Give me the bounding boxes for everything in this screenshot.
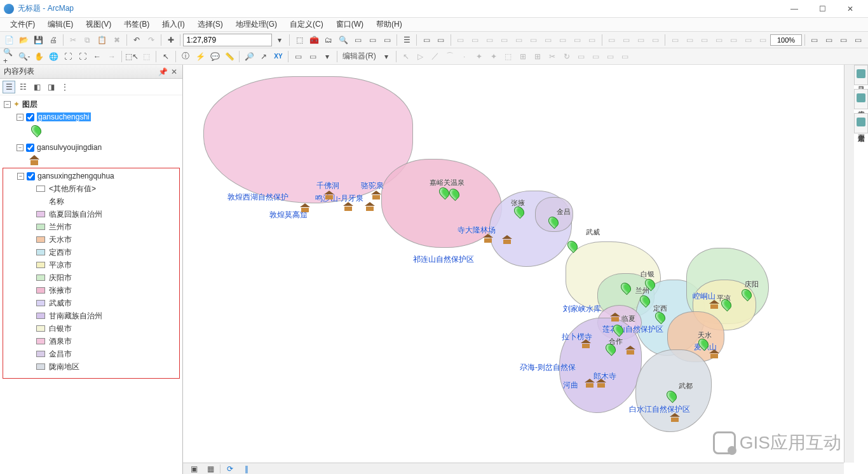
- maximize-button[interactable]: ☐: [808, 2, 836, 16]
- poi-house-icon[interactable]: [324, 191, 336, 200]
- delete-icon[interactable]: ✖: [110, 33, 124, 47]
- poi-house-icon[interactable]: [343, 202, 355, 211]
- edit-a-icon[interactable]: ▷: [414, 50, 428, 64]
- minimize-button[interactable]: —: [780, 2, 808, 16]
- menu-item[interactable]: 选择(S): [193, 18, 228, 31]
- poi-house-icon[interactable]: [709, 349, 721, 358]
- select-features-icon[interactable]: ⬚↖: [125, 50, 139, 64]
- edit-f-icon[interactable]: ✦: [487, 50, 501, 64]
- poi-house-icon[interactable]: [502, 235, 513, 244]
- tool-l-icon[interactable]: ▭: [619, 33, 633, 47]
- tool-o-icon[interactable]: ▭: [668, 33, 682, 47]
- hyperlink-icon[interactable]: ⚡: [193, 50, 207, 64]
- catalog-icon[interactable]: 🗂: [322, 33, 336, 47]
- pan-icon[interactable]: ✋: [32, 50, 46, 64]
- copy-icon[interactable]: ⧉: [81, 33, 95, 47]
- toc-options-icon[interactable]: ⋮: [58, 81, 71, 93]
- zoom-in-icon[interactable]: 🔍+: [3, 50, 17, 64]
- tool-i-icon[interactable]: ▭: [571, 33, 585, 47]
- find-route-icon[interactable]: ↗: [257, 50, 271, 64]
- viewer-dd-icon[interactable]: ▾: [320, 50, 334, 64]
- legend-item[interactable]: 天水市: [49, 234, 72, 245]
- fixed-zoom-out-icon[interactable]: ⛶: [76, 50, 90, 64]
- pause-drawing-icon[interactable]: ‖: [240, 462, 254, 475]
- edit-e-icon[interactable]: ✦: [472, 50, 486, 64]
- edit-l-icon[interactable]: ▭: [574, 50, 588, 64]
- poi-house-icon[interactable]: [581, 339, 592, 348]
- tool-a-icon[interactable]: ▭: [454, 33, 468, 47]
- legend-item[interactable]: 陇南地区: [49, 362, 79, 372]
- layer-checkbox[interactable]: [27, 172, 35, 180]
- collapse-icon[interactable]: −: [17, 173, 24, 180]
- tool-y-icon[interactable]: ▭: [851, 33, 865, 47]
- docked-tab[interactable]: 搜索: [854, 89, 868, 109]
- poi-house-icon[interactable]: [610, 313, 621, 322]
- edit-m-icon[interactable]: ▭: [589, 50, 603, 64]
- legend-item[interactable]: 金昌市: [49, 349, 72, 360]
- search-window-icon[interactable]: 🔍: [336, 33, 350, 47]
- menu-item[interactable]: 视图(V): [81, 18, 116, 31]
- add-data-icon[interactable]: ✚: [164, 33, 178, 47]
- editor-menu[interactable]: 编辑器(R): [340, 51, 379, 62]
- edit-i-icon[interactable]: ⊞: [531, 50, 545, 64]
- tool-g-icon[interactable]: ▭: [541, 33, 555, 47]
- edit-d-icon[interactable]: ·: [458, 50, 471, 64]
- print-icon[interactable]: 🖨: [46, 33, 60, 47]
- georef2-icon[interactable]: ▭: [434, 33, 448, 47]
- list-by-drawing-icon[interactable]: ☰: [3, 81, 15, 93]
- redo-icon[interactable]: ↷: [144, 33, 158, 47]
- edit-b-icon[interactable]: ／: [428, 50, 442, 64]
- edit-g-icon[interactable]: ⬚: [501, 50, 515, 64]
- measure-icon[interactable]: 📏: [222, 50, 236, 64]
- poi-house-icon[interactable]: [585, 379, 596, 388]
- menu-item[interactable]: 书签(B): [119, 18, 154, 31]
- layer-checkbox[interactable]: [26, 144, 34, 152]
- close-button[interactable]: ✕: [836, 2, 864, 16]
- toc-pin-icon[interactable]: 📌: [158, 67, 167, 76]
- tool-b-icon[interactable]: ▭: [468, 33, 482, 47]
- tool-c-icon[interactable]: ▭: [483, 33, 497, 47]
- full-extent-icon[interactable]: 🌐: [46, 50, 60, 64]
- list-by-selection-icon[interactable]: ◨: [44, 81, 57, 93]
- save-icon[interactable]: 💾: [32, 33, 46, 47]
- legend-item[interactable]: 临夏回族自治州: [49, 209, 102, 220]
- layer-checkbox[interactable]: [26, 113, 34, 121]
- vertical-scrollbar[interactable]: [844, 65, 854, 463]
- edit-h-icon[interactable]: ⊞: [516, 50, 530, 64]
- toc-close-icon[interactable]: ✕: [170, 67, 179, 76]
- zoom-input[interactable]: [770, 34, 802, 46]
- list-by-visibility-icon[interactable]: ◧: [31, 81, 43, 93]
- legend-item[interactable]: 张掖市: [49, 285, 72, 296]
- scale-input[interactable]: [183, 34, 272, 46]
- layer-gansulvyoujingdian[interactable]: gansulvyoujingdian: [37, 143, 102, 152]
- menu-item[interactable]: 自定义(C): [285, 18, 329, 31]
- python-icon[interactable]: ▭: [351, 33, 365, 47]
- tool-u-icon[interactable]: ▭: [756, 33, 770, 47]
- tool-p-icon[interactable]: ▭: [682, 33, 696, 47]
- new-icon[interactable]: 📄: [3, 33, 17, 47]
- zoom-out-icon[interactable]: 🔍-: [17, 50, 31, 64]
- clear-selection-icon[interactable]: ⬚: [139, 50, 153, 64]
- docked-tab[interactable]: 创建要素: [854, 113, 868, 133]
- html-popup-icon[interactable]: 💬: [208, 50, 222, 64]
- edit-k-icon[interactable]: ↻: [560, 50, 574, 64]
- edit-n-icon[interactable]: ▭: [604, 50, 618, 64]
- poi-house-icon[interactable]: [709, 300, 721, 309]
- create-viewer-icon[interactable]: ▭: [306, 50, 320, 64]
- tool-f-icon[interactable]: ▭: [527, 33, 541, 47]
- data-view-icon[interactable]: ▣: [187, 462, 201, 475]
- edit-j-icon[interactable]: ✂: [545, 50, 559, 64]
- toolbox-icon[interactable]: 🧰: [307, 33, 321, 47]
- layout-view-icon[interactable]: ▦: [203, 462, 217, 475]
- refresh-icon[interactable]: ⟳: [223, 462, 237, 475]
- edit-tool-icon[interactable]: ↖: [399, 50, 413, 64]
- poi-house-icon[interactable]: [365, 202, 376, 211]
- tool-r-icon[interactable]: ▭: [712, 33, 726, 47]
- edit-o-icon[interactable]: ▭: [618, 50, 632, 64]
- next-extent-icon[interactable]: →: [105, 50, 119, 64]
- layer-gansuxingzhengquhua[interactable]: gansuxingzhengquhua: [37, 172, 114, 180]
- menu-item[interactable]: 帮助(H): [371, 18, 407, 31]
- docked-tab[interactable]: 目录: [854, 65, 868, 85]
- model-icon[interactable]: ▭: [365, 33, 379, 47]
- undo-icon[interactable]: ↶: [130, 33, 144, 47]
